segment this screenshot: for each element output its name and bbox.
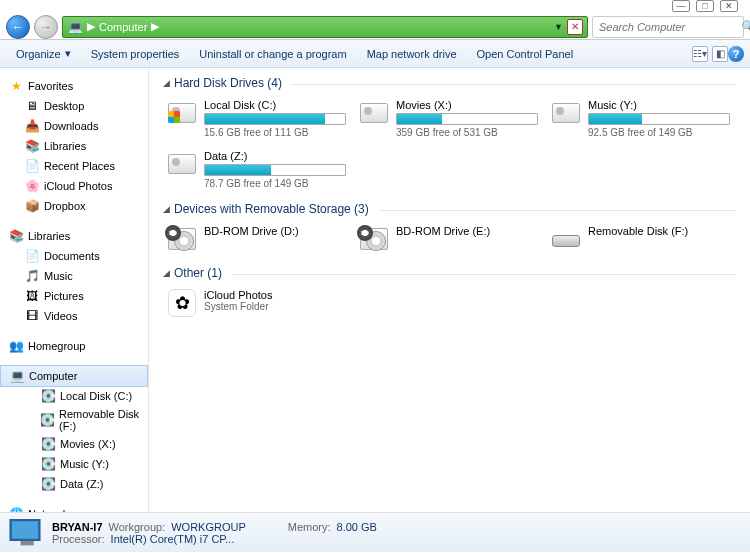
collapse-icon: ◢ xyxy=(163,78,170,88)
sidebar-item-drive[interactable]: 💽 Movies (X:) xyxy=(0,434,148,454)
removable-drive-item[interactable]: Removable Disk (F:) xyxy=(547,222,733,256)
sidebar-item-favorites[interactable]: 🌸 iCloud Photos xyxy=(0,176,148,196)
drive-item[interactable]: Local Disk (C:) 15.6 GB free of 111 GB xyxy=(163,96,349,141)
library-icon: 🎵 xyxy=(24,268,40,284)
status-computer-name: BRYAN-I7 xyxy=(52,521,103,533)
sidebar-item-label: iCloud Photos xyxy=(44,180,113,192)
breadcrumb-location[interactable]: Computer xyxy=(99,21,147,33)
drive-name: Music (Y:) xyxy=(588,99,730,111)
library-icon: 🎞 xyxy=(24,308,40,324)
close-button[interactable]: ✕ xyxy=(720,0,738,12)
search-input[interactable] xyxy=(597,20,740,34)
drive-free-text: 92.5 GB free of 149 GB xyxy=(588,127,730,138)
capacity-bar xyxy=(204,113,346,125)
back-button[interactable]: ← xyxy=(6,15,30,39)
sidebar-item-favorites[interactable]: 📚 Libraries xyxy=(0,136,148,156)
sidebar-computer-header[interactable]: 💻 Computer xyxy=(0,365,148,387)
drive-name: BD-ROM Drive (E:) xyxy=(396,225,538,237)
sidebar-item-drive[interactable]: 💽 Removable Disk (F:) xyxy=(0,406,148,434)
optical-drive-icon: BD xyxy=(358,225,390,253)
section-header-other[interactable]: ◢ Other (1) xyxy=(163,264,736,282)
section-header-hdd[interactable]: ◢ Hard Disk Drives (4) xyxy=(163,74,736,92)
sidebar-item-favorites[interactable]: 📥 Downloads xyxy=(0,116,148,136)
capacity-bar xyxy=(396,113,538,125)
forward-button[interactable]: → xyxy=(34,15,58,39)
homegroup-icon: 👥 xyxy=(8,338,24,354)
drive-free-text: 359 GB free of 531 GB xyxy=(396,127,538,138)
hard-drive-icon xyxy=(550,99,582,127)
address-clear-button[interactable]: ✕ xyxy=(567,19,583,35)
system-properties-button[interactable]: System properties xyxy=(81,44,190,64)
drive-name: BD-ROM Drive (D:) xyxy=(204,225,346,237)
library-icon: 📄 xyxy=(24,248,40,264)
sidebar-item-label: Videos xyxy=(44,310,77,322)
sidebar-network-header[interactable]: 🌐 Network xyxy=(0,504,148,512)
libraries-icon: 📚 xyxy=(8,228,24,244)
sidebar-item-library[interactable]: 📄 Documents xyxy=(0,246,148,266)
status-memory-value: 8.00 GB xyxy=(337,521,377,533)
section-removable: ◢ Devices with Removable Storage (3) BD … xyxy=(163,200,736,256)
drive-icon: 💽 xyxy=(40,388,56,404)
sidebar-item-label: Downloads xyxy=(44,120,98,132)
capacity-bar xyxy=(588,113,730,125)
uninstall-button[interactable]: Uninstall or change a program xyxy=(189,44,356,64)
navigation-sidebar: ★ Favorites 🖥 Desktop 📥 Downloads 📚 Libr… xyxy=(0,68,149,512)
minimize-button[interactable]: — xyxy=(672,0,690,12)
sidebar-item-library[interactable]: 🖼 Pictures xyxy=(0,286,148,306)
computer-icon: 💻 xyxy=(9,368,25,384)
search-icon[interactable]: 🔍 xyxy=(740,20,750,33)
sidebar-item-library[interactable]: 🎵 Music xyxy=(0,266,148,286)
optical-drive-icon: BD xyxy=(166,225,198,253)
sidebar-item-label: Dropbox xyxy=(44,200,86,212)
window-controls: — □ ✕ xyxy=(0,0,750,14)
folder-icon: 📦 xyxy=(24,198,40,214)
sidebar-item-favorites[interactable]: 🖥 Desktop xyxy=(0,96,148,116)
sidebar-item-label: Documents xyxy=(44,250,100,262)
address-dropdown-icon[interactable]: ▼ xyxy=(554,22,563,32)
drive-free-text: 15.6 GB free of 111 GB xyxy=(204,127,346,138)
breadcrumb-chevron-icon: ▶ xyxy=(87,20,95,33)
preview-pane-button[interactable]: ◧ xyxy=(712,46,728,62)
sidebar-item-favorites[interactable]: 📄 Recent Places xyxy=(0,156,148,176)
control-panel-button[interactable]: Open Control Panel xyxy=(467,44,584,64)
map-network-drive-button[interactable]: Map network drive xyxy=(357,44,467,64)
search-box[interactable]: 🔍 xyxy=(592,16,744,38)
removable-drive-item[interactable]: BD BD-ROM Drive (D:) xyxy=(163,222,349,256)
sidebar-homegroup-header[interactable]: 👥 Homegroup xyxy=(0,336,148,356)
status-processor-value: Intel(R) Core(TM) i7 CP... xyxy=(111,533,235,545)
drive-item[interactable]: Movies (X:) 359 GB free of 531 GB xyxy=(355,96,541,141)
section-header-removable[interactable]: ◢ Devices with Removable Storage (3) xyxy=(163,200,736,218)
sidebar-item-label: Libraries xyxy=(44,140,86,152)
removable-drive-item[interactable]: BD BD-ROM Drive (E:) xyxy=(355,222,541,256)
organize-button[interactable]: Organize ▾ xyxy=(6,43,81,64)
collapse-icon: ◢ xyxy=(163,204,170,214)
sidebar-item-drive[interactable]: 💽 Local Disk (C:) xyxy=(0,386,148,406)
sidebar-item-label: Local Disk (C:) xyxy=(60,390,132,402)
sidebar-item-drive[interactable]: 💽 Music (Y:) xyxy=(0,454,148,474)
help-button[interactable]: ? xyxy=(728,46,744,62)
star-icon: ★ xyxy=(8,78,24,94)
item-name: iCloud Photos xyxy=(204,289,346,301)
hard-drive-icon xyxy=(166,150,198,178)
sidebar-item-favorites[interactable]: 📦 Dropbox xyxy=(0,196,148,216)
icloud-photos-icon: ✿ xyxy=(166,289,198,317)
sidebar-item-label: Recent Places xyxy=(44,160,115,172)
status-memory-label: Memory: xyxy=(288,521,331,533)
usb-drive-icon xyxy=(550,225,582,253)
folder-icon: 📄 xyxy=(24,158,40,174)
maximize-button[interactable]: □ xyxy=(696,0,714,12)
sidebar-libraries-header[interactable]: 📚 Libraries xyxy=(0,226,148,246)
sidebar-item-label: Movies (X:) xyxy=(60,438,116,450)
drive-item[interactable]: Data (Z:) 78.7 GB free of 149 GB xyxy=(163,147,349,192)
drive-item[interactable]: Music (Y:) 92.5 GB free of 149 GB xyxy=(547,96,733,141)
folder-icon: 📥 xyxy=(24,118,40,134)
sidebar-item-library[interactable]: 🎞 Videos xyxy=(0,306,148,326)
address-bar[interactable]: 💻 ▶ Computer ▶ ▼ ✕ xyxy=(62,16,588,38)
breadcrumb-chevron-icon[interactable]: ▶ xyxy=(151,20,159,33)
other-item[interactable]: ✿ iCloud Photos System Folder xyxy=(163,286,349,320)
view-options-button[interactable]: ☷▾ xyxy=(692,46,708,62)
section-other: ◢ Other (1) ✿ iCloud Photos System Folde… xyxy=(163,264,736,320)
sidebar-item-drive[interactable]: 💽 Data (Z:) xyxy=(0,474,148,494)
sidebar-favorites-header[interactable]: ★ Favorites xyxy=(0,76,148,96)
computer-icon xyxy=(10,517,42,549)
